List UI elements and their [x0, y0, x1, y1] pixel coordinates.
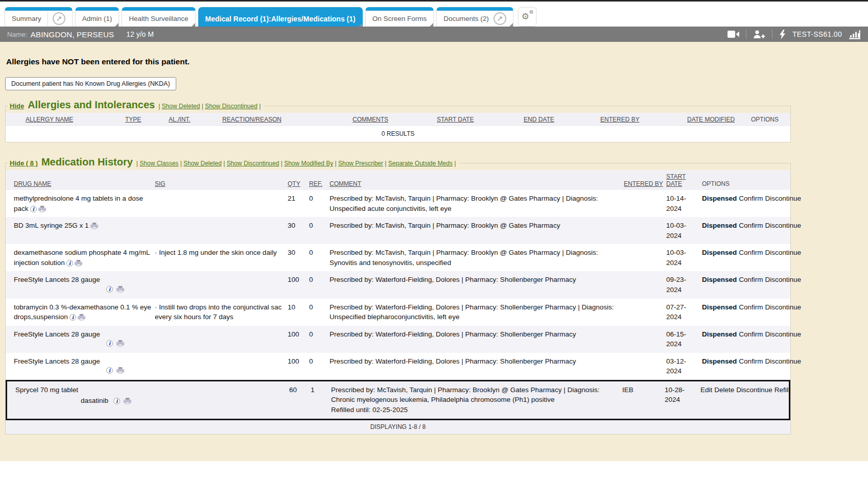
- col-entered-by[interactable]: ENTERED BY: [600, 116, 640, 123]
- confirm-link[interactable]: Confirm: [739, 330, 763, 338]
- discontinue-link[interactable]: Discontinue: [765, 222, 802, 229]
- col-sig[interactable]: SIG: [155, 180, 166, 187]
- separate-outside-meds-link[interactable]: Separate Outside Meds: [388, 160, 453, 167]
- col-options: OPTIONS: [751, 116, 779, 123]
- tab-on-screen-forms[interactable]: On Screen Forms: [365, 7, 434, 27]
- printer-icon[interactable]: [116, 367, 124, 374]
- col-ref[interactable]: REF.: [309, 180, 322, 187]
- add-person-icon[interactable]: [753, 30, 765, 39]
- col-start-date[interactable]: START DATE: [666, 173, 686, 187]
- info-icon[interactable]: i: [106, 367, 113, 374]
- discontinue-link[interactable]: Discontinue: [765, 303, 802, 311]
- confirm-link[interactable]: Confirm: [739, 195, 763, 202]
- settings-button[interactable]: ⚙ ⚙: [518, 7, 536, 27]
- entered-by-cell: [624, 302, 666, 322]
- printer-icon[interactable]: [116, 286, 124, 293]
- show-deleted-link[interactable]: Show Deleted: [183, 160, 222, 167]
- col-drug-name[interactable]: DRUG NAME: [14, 180, 51, 187]
- qty-cell: 100: [288, 275, 309, 295]
- allergies-hide-link[interactable]: Hide: [10, 102, 24, 110]
- info-icon[interactable]: i: [66, 260, 73, 267]
- start-date-cell: 10-28-2024: [665, 385, 700, 415]
- edit-link[interactable]: Edit: [700, 386, 712, 394]
- bar-chart-icon[interactable]: [849, 30, 861, 39]
- lightning-icon[interactable]: [779, 30, 786, 39]
- discontinue-link[interactable]: Discontinue: [765, 249, 802, 256]
- open-in-new-window-icon[interactable]: ↗: [53, 12, 65, 25]
- info-icon[interactable]: i: [106, 340, 113, 347]
- show-modified-by-link[interactable]: Show Modified By: [284, 160, 333, 167]
- discontinue-link[interactable]: Discontinue: [736, 386, 772, 394]
- comment-cell: Prescribed by: Waterford-Fielding, Dolor…: [330, 275, 624, 295]
- drug-cell: FreeStyle Lancets 28 gauge i: [6, 329, 155, 349]
- medications-hide-link[interactable]: Hide ( 8 ): [10, 159, 38, 167]
- qty-cell: 60: [289, 385, 311, 415]
- sig-cell: [156, 385, 289, 415]
- open-in-new-window-icon[interactable]: ↗: [494, 12, 506, 25]
- comment-cell: Prescribed by: McTavish, Tarquin | Pharm…: [331, 385, 622, 415]
- discontinue-link[interactable]: Discontinue: [765, 330, 802, 338]
- printer-icon[interactable]: [38, 206, 46, 212]
- divider: [772, 30, 772, 39]
- info-icon[interactable]: i: [113, 398, 120, 404]
- allergies-section: Hide Allergies and Intolerances | Show D…: [5, 106, 791, 142]
- col-start-date[interactable]: START DATE: [437, 116, 474, 123]
- nkda-button[interactable]: Document patient has No Known Drug Aller…: [5, 77, 176, 90]
- col-date-modified[interactable]: DATE MODIFIED: [687, 116, 735, 123]
- show-classes-link[interactable]: Show Classes: [139, 160, 178, 167]
- printer-icon[interactable]: [124, 398, 131, 404]
- drug-cell: FreeStyle Lancets 28 gauge i: [6, 275, 155, 295]
- col-allergy-name[interactable]: ALLERGY NAME: [26, 116, 73, 123]
- col-entered-by[interactable]: ENTERED BY: [624, 180, 663, 187]
- allergies-empty-row: 0 RESULTS: [6, 126, 790, 142]
- tab-bar: Summary ↗ Admin (1) Health Surveillance …: [0, 2, 868, 27]
- tab-health-surveillance[interactable]: Health Surveillance: [122, 7, 195, 27]
- entered-by-cell: [624, 221, 666, 240]
- tab-documents[interactable]: Documents (2) ↗: [436, 7, 513, 27]
- tab-on-screen-forms-label: On Screen Forms: [372, 15, 427, 22]
- confirm-link[interactable]: Confirm: [739, 303, 763, 311]
- tab-summary[interactable]: Summary ↗: [5, 7, 73, 27]
- confirm-link[interactable]: Confirm: [739, 222, 763, 229]
- tab-medical-record-active[interactable]: Medical Record (1):Allergies/Medications…: [198, 7, 363, 27]
- options-cell: DispensedConfirmDiscontinue: [702, 356, 790, 376]
- col-comment[interactable]: COMMENT: [330, 180, 361, 187]
- tab-documents-label: Documents (2): [443, 15, 489, 22]
- tab-admin[interactable]: Admin (1): [75, 7, 120, 27]
- discontinue-link[interactable]: Discontinue: [765, 276, 802, 283]
- drug-name: FreeStyle Lancets 28 gauge: [14, 357, 100, 365]
- entered-by-cell: [624, 248, 666, 268]
- discontinue-link[interactable]: Discontinue: [765, 195, 802, 202]
- video-camera-icon[interactable]: [728, 30, 739, 38]
- printer-icon[interactable]: [90, 223, 98, 229]
- col-comments[interactable]: COMMENTS: [353, 116, 388, 123]
- confirm-link[interactable]: Confirm: [739, 357, 763, 365]
- show-discontinued-link[interactable]: Show Discontinued: [205, 103, 257, 110]
- confirm-link[interactable]: Confirm: [739, 249, 763, 256]
- col-reaction-reason[interactable]: REACTION/REASON: [222, 116, 281, 123]
- comment-cell: Prescribed by: McTavish, Tarquin | Pharm…: [330, 194, 624, 213]
- table-row: FreeStyle Lancets 28 gauge i 100 0 Presc…: [6, 353, 790, 380]
- delete-link[interactable]: Delete: [714, 386, 734, 394]
- col-qty[interactable]: QTY: [288, 180, 300, 187]
- col-end-date[interactable]: END DATE: [524, 116, 554, 123]
- show-deleted-link[interactable]: Show Deleted: [162, 103, 200, 110]
- printer-icon[interactable]: [116, 340, 124, 347]
- page-bottom-margin: [0, 461, 868, 481]
- info-icon[interactable]: i: [69, 314, 76, 321]
- confirm-link[interactable]: Confirm: [739, 276, 763, 283]
- printer-icon[interactable]: [78, 314, 85, 321]
- discontinue-link[interactable]: Discontinue: [765, 357, 802, 365]
- tab-medical-record-label: Medical Record (1):Allergies/Medications…: [205, 15, 356, 23]
- ref-cell: 0: [309, 194, 330, 213]
- table-row: dexamethasone sodium phosphate 4 mg/mL i…: [6, 244, 790, 271]
- show-prescriber-link[interactable]: Show Prescriber: [338, 160, 383, 167]
- info-icon[interactable]: i: [30, 206, 37, 212]
- col-al-int[interactable]: AL./INT.: [169, 116, 191, 123]
- show-discontinued-link[interactable]: Show Discontinued: [227, 160, 279, 167]
- patient-age-sex: 12 y/o M: [126, 30, 154, 38]
- col-type[interactable]: TYPE: [125, 116, 141, 123]
- refill-link[interactable]: Refill: [775, 386, 790, 394]
- printer-icon[interactable]: [75, 260, 82, 267]
- info-icon[interactable]: i: [106, 286, 113, 293]
